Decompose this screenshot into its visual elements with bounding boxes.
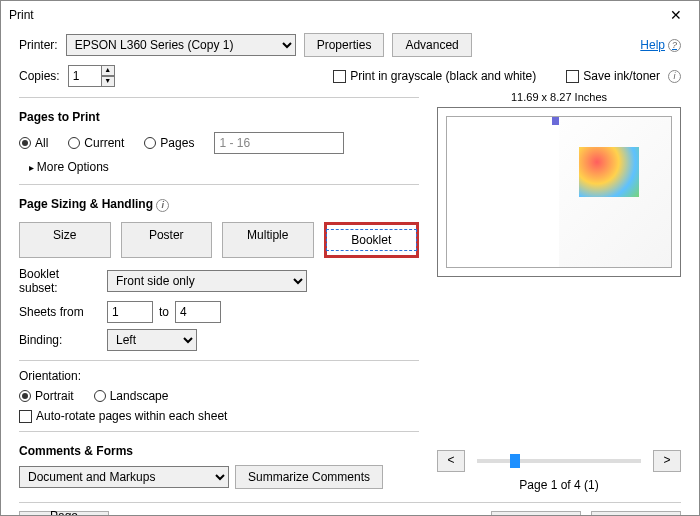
preview-page-right bbox=[559, 117, 671, 267]
page-info: Page 1 of 4 (1) bbox=[437, 478, 681, 492]
radio-current[interactable]: Current bbox=[68, 136, 124, 150]
grayscale-checkbox[interactable]: Print in grayscale (black and white) bbox=[333, 69, 536, 83]
comments-select[interactable]: Document and Markups bbox=[19, 466, 229, 488]
binding-select[interactable]: Left bbox=[107, 329, 197, 351]
checkbox-icon bbox=[19, 410, 32, 423]
preview-page-left bbox=[447, 117, 559, 267]
cancel-button[interactable]: Cancel bbox=[591, 511, 681, 516]
booklet-subset-select[interactable]: Front side only bbox=[107, 270, 307, 292]
zoom-slider[interactable] bbox=[477, 459, 641, 463]
radio-pages[interactable]: Pages bbox=[144, 136, 194, 150]
sizing-title: Page Sizing & Handling i bbox=[19, 191, 419, 216]
pages-range-input[interactable] bbox=[214, 132, 344, 154]
radio-landscape[interactable]: Landscape bbox=[94, 389, 169, 403]
next-page-button[interactable]: > bbox=[653, 450, 681, 472]
radio-portrait[interactable]: Portrait bbox=[19, 389, 74, 403]
binding-label: Binding: bbox=[19, 333, 101, 347]
printer-row: Printer: EPSON L360 Series (Copy 1) Prop… bbox=[1, 29, 699, 61]
preview-panel: 11.69 x 8.27 Inches < > Page 1 of 4 (1) bbox=[437, 91, 681, 492]
properties-button[interactable]: Properties bbox=[304, 33, 385, 57]
preview-area bbox=[437, 107, 681, 277]
sizing-tabs: Size Poster Multiple Booklet bbox=[19, 222, 419, 258]
sheets-from-label: Sheets from bbox=[19, 305, 101, 319]
sheets-from-input[interactable] bbox=[107, 301, 153, 323]
more-options-toggle[interactable]: More Options bbox=[19, 158, 419, 178]
slider-thumb[interactable] bbox=[510, 454, 520, 468]
window-title: Print bbox=[9, 8, 661, 22]
printer-select[interactable]: EPSON L360 Series (Copy 1) bbox=[66, 34, 296, 56]
checkbox-icon bbox=[333, 70, 346, 83]
info-icon[interactable]: i bbox=[156, 199, 169, 212]
pages-to-print-title: Pages to Print bbox=[19, 104, 419, 128]
close-icon[interactable]: ✕ bbox=[661, 7, 691, 23]
summarize-button[interactable]: Summarize Comments bbox=[235, 465, 383, 489]
orientation-label: Orientation: bbox=[19, 367, 419, 385]
comments-title: Comments & Forms bbox=[19, 438, 419, 462]
title-bar: Print ✕ bbox=[1, 1, 699, 29]
autorotate-checkbox[interactable]: Auto-rotate pages within each sheet bbox=[19, 407, 419, 425]
print-button[interactable]: Print bbox=[491, 511, 581, 516]
tab-size[interactable]: Size bbox=[19, 222, 111, 258]
booklet-subset-label: Booklet subset: bbox=[19, 267, 101, 295]
tab-booklet[interactable]: Booklet bbox=[324, 222, 420, 258]
tab-multiple[interactable]: Multiple bbox=[222, 222, 314, 258]
sheets-to-input[interactable] bbox=[175, 301, 221, 323]
page-setup-button[interactable]: Page Setup... bbox=[19, 511, 109, 516]
preview-dimensions: 11.69 x 8.27 Inches bbox=[437, 91, 681, 103]
preview-thumbnail-graphic bbox=[579, 147, 639, 197]
printer-label: Printer: bbox=[19, 38, 58, 52]
radio-all[interactable]: All bbox=[19, 136, 48, 150]
copies-up-button[interactable]: ▲ bbox=[101, 65, 115, 76]
prev-page-button[interactable]: < bbox=[437, 450, 465, 472]
help-link[interactable]: Help ? bbox=[640, 38, 681, 52]
footer: Page Setup... Print Cancel bbox=[1, 503, 699, 516]
copies-input[interactable] bbox=[68, 65, 102, 87]
copies-down-button[interactable]: ▼ bbox=[101, 76, 115, 87]
copies-label: Copies: bbox=[19, 69, 60, 83]
copies-row: Copies: ▲ ▼ Print in grayscale (black an… bbox=[1, 61, 699, 91]
saveink-checkbox[interactable]: Save ink/toner bbox=[566, 69, 660, 83]
tab-poster[interactable]: Poster bbox=[121, 222, 213, 258]
help-icon: ? bbox=[668, 39, 681, 52]
to-label: to bbox=[159, 305, 169, 319]
advanced-button[interactable]: Advanced bbox=[392, 33, 471, 57]
info-icon[interactable]: i bbox=[668, 70, 681, 83]
left-panel: Pages to Print All Current Pages More Op… bbox=[19, 91, 419, 492]
checkbox-icon bbox=[566, 70, 579, 83]
